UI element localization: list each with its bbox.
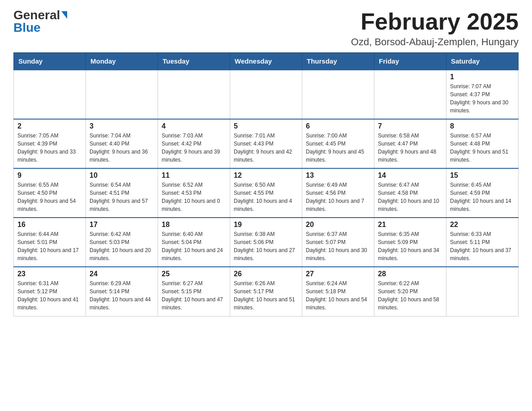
calendar-day-cell: 16Sunrise: 6:44 AMSunset: 5:01 PMDayligh… <box>14 218 86 267</box>
day-number: 28 <box>378 270 442 278</box>
day-info: Sunrise: 6:38 AMSunset: 5:06 PMDaylight:… <box>234 230 298 262</box>
day-number: 3 <box>90 122 154 130</box>
day-info: Sunrise: 6:58 AMSunset: 4:47 PMDaylight:… <box>378 132 442 164</box>
day-of-week-header: Thursday <box>302 53 374 70</box>
day-number: 8 <box>450 122 515 130</box>
day-info: Sunrise: 6:31 AMSunset: 5:12 PMDaylight:… <box>17 279 82 312</box>
day-info: Sunrise: 6:55 AMSunset: 4:50 PMDaylight:… <box>17 181 82 213</box>
day-info: Sunrise: 6:57 AMSunset: 4:48 PMDaylight:… <box>450 132 515 164</box>
calendar-day-cell <box>230 70 302 119</box>
logo: General Blue <box>13 9 67 34</box>
day-info: Sunrise: 7:05 AMSunset: 4:39 PMDaylight:… <box>17 132 82 164</box>
day-info: Sunrise: 6:42 AMSunset: 5:03 PMDaylight:… <box>90 230 154 262</box>
day-info: Sunrise: 6:47 AMSunset: 4:58 PMDaylight:… <box>378 181 442 213</box>
day-of-week-header: Tuesday <box>158 53 230 70</box>
calendar-day-cell: 21Sunrise: 6:35 AMSunset: 5:09 PMDayligh… <box>374 218 446 267</box>
calendar-day-cell: 18Sunrise: 6:40 AMSunset: 5:04 PMDayligh… <box>158 218 230 267</box>
day-info: Sunrise: 6:45 AMSunset: 4:59 PMDaylight:… <box>450 181 515 213</box>
calendar-day-cell: 7Sunrise: 6:58 AMSunset: 4:47 PMDaylight… <box>374 119 446 168</box>
day-info: Sunrise: 6:24 AMSunset: 5:18 PMDaylight:… <box>306 279 370 312</box>
calendar-header-row: SundayMondayTuesdayWednesdayThursdayFrid… <box>14 53 519 70</box>
logo-arrow-icon <box>61 11 67 19</box>
day-info: Sunrise: 6:35 AMSunset: 5:09 PMDaylight:… <box>378 230 442 262</box>
day-of-week-header: Wednesday <box>230 53 302 70</box>
calendar-day-cell: 27Sunrise: 6:24 AMSunset: 5:18 PMDayligh… <box>302 267 374 316</box>
day-number: 14 <box>378 171 442 180</box>
day-number: 10 <box>90 171 154 180</box>
month-title: February 2025 <box>351 9 519 34</box>
day-number: 16 <box>17 221 82 229</box>
day-number: 7 <box>378 122 442 130</box>
day-number: 26 <box>234 270 298 278</box>
logo-general: General <box>13 9 60 21</box>
day-number: 9 <box>17 171 82 180</box>
calendar-day-cell: 24Sunrise: 6:29 AMSunset: 5:14 PMDayligh… <box>86 267 158 316</box>
calendar-day-cell: 10Sunrise: 6:54 AMSunset: 4:51 PMDayligh… <box>86 168 158 218</box>
calendar-day-cell: 1Sunrise: 7:07 AMSunset: 4:37 PMDaylight… <box>446 70 519 119</box>
calendar-day-cell: 25Sunrise: 6:27 AMSunset: 5:15 PMDayligh… <box>158 267 230 316</box>
calendar-day-cell: 9Sunrise: 6:55 AMSunset: 4:50 PMDaylight… <box>14 168 86 218</box>
day-number: 12 <box>234 171 298 180</box>
calendar-table: SundayMondayTuesdayWednesdayThursdayFrid… <box>13 52 519 317</box>
calendar-week-row: 2Sunrise: 7:05 AMSunset: 4:39 PMDaylight… <box>14 119 519 168</box>
day-info: Sunrise: 7:00 AMSunset: 4:45 PMDaylight:… <box>306 132 370 164</box>
calendar-day-cell: 23Sunrise: 6:31 AMSunset: 5:12 PMDayligh… <box>14 267 86 316</box>
calendar-day-cell: 4Sunrise: 7:03 AMSunset: 4:42 PMDaylight… <box>158 119 230 168</box>
location: Ozd, Borsod-Abauj-Zemplen, Hungary <box>351 36 519 48</box>
day-info: Sunrise: 7:03 AMSunset: 4:42 PMDaylight:… <box>162 132 226 164</box>
day-info: Sunrise: 6:22 AMSunset: 5:20 PMDaylight:… <box>378 279 442 312</box>
day-of-week-header: Saturday <box>446 53 519 70</box>
day-info: Sunrise: 6:50 AMSunset: 4:55 PMDaylight:… <box>234 181 298 213</box>
day-number: 11 <box>162 171 226 180</box>
day-info: Sunrise: 6:40 AMSunset: 5:04 PMDaylight:… <box>162 230 226 262</box>
day-number: 20 <box>306 221 370 229</box>
calendar-day-cell: 5Sunrise: 7:01 AMSunset: 4:43 PMDaylight… <box>230 119 302 168</box>
calendar-day-cell <box>14 70 86 119</box>
day-info: Sunrise: 6:29 AMSunset: 5:14 PMDaylight:… <box>90 279 154 312</box>
day-of-week-header: Friday <box>374 53 446 70</box>
calendar-day-cell <box>302 70 374 119</box>
day-number: 5 <box>234 122 298 130</box>
calendar-week-row: 16Sunrise: 6:44 AMSunset: 5:01 PMDayligh… <box>14 218 519 267</box>
day-number: 15 <box>450 171 515 180</box>
day-info: Sunrise: 6:54 AMSunset: 4:51 PMDaylight:… <box>90 181 154 213</box>
day-info: Sunrise: 6:33 AMSunset: 5:11 PMDaylight:… <box>450 230 515 262</box>
calendar-week-row: 1Sunrise: 7:07 AMSunset: 4:37 PMDaylight… <box>14 70 519 119</box>
calendar-day-cell <box>86 70 158 119</box>
calendar-day-cell: 12Sunrise: 6:50 AMSunset: 4:55 PMDayligh… <box>230 168 302 218</box>
calendar-day-cell: 17Sunrise: 6:42 AMSunset: 5:03 PMDayligh… <box>86 218 158 267</box>
calendar-day-cell: 3Sunrise: 7:04 AMSunset: 4:40 PMDaylight… <box>86 119 158 168</box>
title-section: February 2025 Ozd, Borsod-Abauj-Zemplen,… <box>351 9 519 48</box>
day-number: 24 <box>90 270 154 278</box>
day-number: 17 <box>90 221 154 229</box>
day-of-week-header: Monday <box>86 53 158 70</box>
calendar-day-cell: 6Sunrise: 7:00 AMSunset: 4:45 PMDaylight… <box>302 119 374 168</box>
day-info: Sunrise: 6:37 AMSunset: 5:07 PMDaylight:… <box>306 230 370 262</box>
day-number: 27 <box>306 270 370 278</box>
day-number: 2 <box>17 122 82 130</box>
page-header: General Blue February 2025 Ozd, Borsod-A… <box>13 9 519 48</box>
day-info: Sunrise: 6:52 AMSunset: 4:53 PMDaylight:… <box>162 181 226 213</box>
day-info: Sunrise: 6:44 AMSunset: 5:01 PMDaylight:… <box>17 230 82 262</box>
calendar-day-cell: 13Sunrise: 6:49 AMSunset: 4:56 PMDayligh… <box>302 168 374 218</box>
day-info: Sunrise: 7:07 AMSunset: 4:37 PMDaylight:… <box>450 82 515 115</box>
day-of-week-header: Sunday <box>14 53 86 70</box>
day-number: 19 <box>234 221 298 229</box>
day-number: 23 <box>17 270 82 278</box>
logo-blue: Blue <box>13 21 41 34</box>
day-number: 21 <box>378 221 442 229</box>
day-number: 6 <box>306 122 370 130</box>
day-info: Sunrise: 7:04 AMSunset: 4:40 PMDaylight:… <box>90 132 154 164</box>
calendar-day-cell: 15Sunrise: 6:45 AMSunset: 4:59 PMDayligh… <box>446 168 519 218</box>
day-number: 4 <box>162 122 226 130</box>
calendar-day-cell <box>158 70 230 119</box>
calendar-day-cell: 14Sunrise: 6:47 AMSunset: 4:58 PMDayligh… <box>374 168 446 218</box>
day-number: 1 <box>450 73 515 81</box>
calendar-day-cell <box>446 267 519 316</box>
calendar-day-cell: 20Sunrise: 6:37 AMSunset: 5:07 PMDayligh… <box>302 218 374 267</box>
day-info: Sunrise: 6:27 AMSunset: 5:15 PMDaylight:… <box>162 279 226 312</box>
calendar-day-cell: 2Sunrise: 7:05 AMSunset: 4:39 PMDaylight… <box>14 119 86 168</box>
calendar-day-cell: 11Sunrise: 6:52 AMSunset: 4:53 PMDayligh… <box>158 168 230 218</box>
calendar-day-cell: 22Sunrise: 6:33 AMSunset: 5:11 PMDayligh… <box>446 218 519 267</box>
day-number: 25 <box>162 270 226 278</box>
